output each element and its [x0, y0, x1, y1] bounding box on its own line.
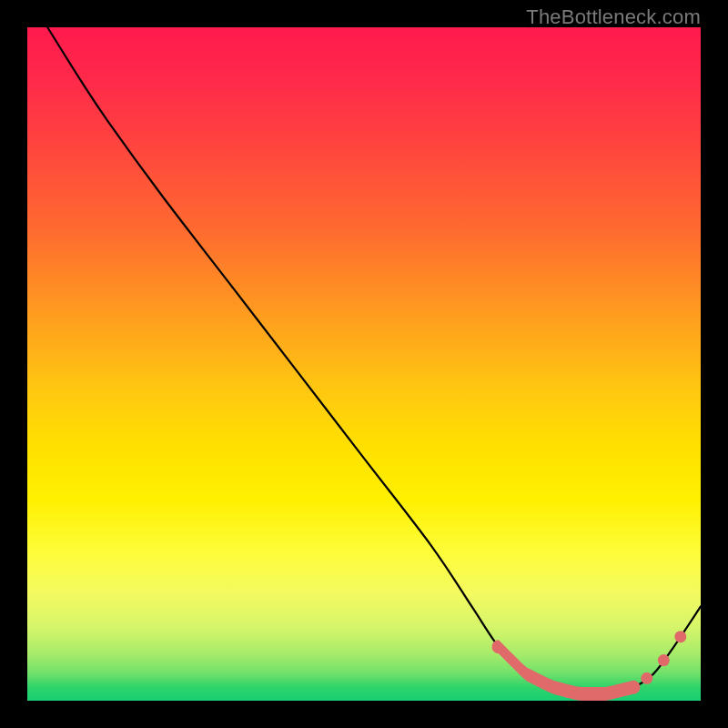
bottleneck-curve-path — [47, 27, 701, 695]
chart-frame: TheBottleneck.com — [0, 0, 728, 728]
highlight-dot — [674, 631, 686, 642]
highlight-flat-pill — [492, 640, 641, 701]
highlight-uptick-dots — [641, 631, 686, 684]
curve-svg — [27, 27, 701, 701]
watermark-text: TheBottleneck.com — [526, 5, 701, 29]
highlight-dot — [658, 654, 670, 666]
highlight-dot — [641, 672, 652, 684]
highlight-flat-region — [492, 640, 641, 701]
chart-plot-area — [27, 27, 701, 701]
